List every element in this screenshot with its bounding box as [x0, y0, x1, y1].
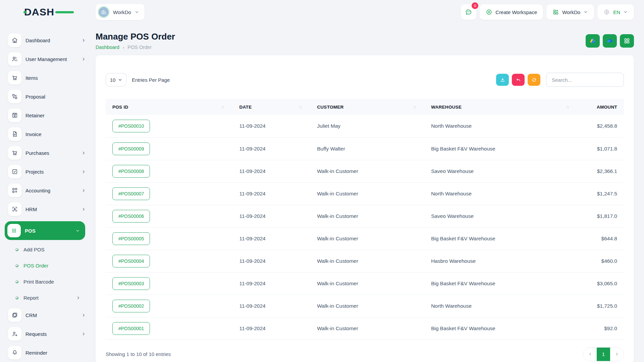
sidebar-item-label: User Management	[25, 56, 67, 62]
workspace-grid-icon	[552, 9, 559, 15]
sidebar-item-purchases[interactable]: Purchases	[8, 146, 86, 160]
pos-grid-dots-icon	[7, 224, 21, 237]
reset-button[interactable]	[512, 74, 525, 86]
grid-icon	[623, 37, 631, 45]
chat-icon	[465, 8, 472, 16]
sidebar-item-reminder[interactable]: Reminder	[8, 346, 86, 359]
user-plus-icon	[8, 327, 21, 341]
pos-id-badge[interactable]: #POS00005	[112, 232, 150, 245]
create-workspace-button[interactable]: Create Workspace	[480, 4, 543, 20]
column-header-pos-id[interactable]: POS ID↑↓	[106, 99, 233, 115]
sidebar-item-user-management[interactable]: User Management	[8, 52, 86, 66]
chevron-down-icon	[75, 229, 80, 233]
sidebar-item-pos[interactable]: POS	[5, 221, 85, 240]
refresh-icon	[531, 77, 537, 83]
sidebar-subitem-add-pos[interactable]: Add POS	[15, 244, 80, 255]
date-cell: 11-09-2024	[233, 137, 311, 160]
pos-id-badge[interactable]: #POS00008	[112, 165, 150, 178]
google-drive-button[interactable]	[586, 34, 600, 48]
top-bar: DASH WorkDo 0 Create Workspace	[0, 0, 644, 24]
entries-per-page-select[interactable]: 10	[106, 73, 126, 86]
workspace-selector[interactable]: WorkDo	[96, 4, 145, 20]
sidebar-subitem-label: Report	[23, 295, 39, 301]
users-icon	[8, 52, 21, 66]
customer-cell: Walk-in Customer	[310, 272, 424, 295]
export-button[interactable]	[496, 74, 509, 86]
column-header-date[interactable]: DATE↑↓	[233, 99, 311, 115]
next-page-button[interactable]	[610, 348, 624, 361]
customer-cell: Walk-in Customer	[310, 295, 424, 317]
customer-cell: Juliet May	[310, 115, 424, 137]
pos-order-card: 10 Entries Per Page	[96, 55, 634, 362]
sidebar-item-requests[interactable]: Requests	[8, 327, 86, 341]
svg-text:DASH: DASH	[24, 6, 54, 17]
pos-order-table: POS ID↑↓ DATE↑↓ CUSTOMER↑↓ WAREHOUSE↑↓ A…	[106, 99, 624, 340]
bullet-icon	[15, 247, 19, 251]
customer-cell: Walk-in Customer	[310, 182, 424, 205]
sort-icon[interactable]: ↑↓	[566, 105, 569, 109]
sort-icon[interactable]: ↑↓	[221, 105, 224, 109]
create-workspace-label: Create Workspace	[495, 9, 537, 15]
date-cell: 11-09-2024	[233, 182, 311, 205]
language-label: EN	[613, 9, 620, 15]
language-dropdown[interactable]: EN	[597, 4, 634, 20]
customer-cell: Walk-in Customer	[310, 317, 424, 340]
breadcrumb-current: POS Order	[127, 45, 152, 50]
sort-icon[interactable]: ↑↓	[299, 105, 302, 109]
sidebar-subitem-print-barcode[interactable]: Print Barcode	[15, 276, 80, 287]
sidebar-subitem-report[interactable]: Report	[15, 292, 80, 303]
invoice-icon	[8, 127, 21, 141]
messages-button[interactable]: 0	[461, 4, 476, 20]
sidebar-item-crm[interactable]: CRM	[8, 308, 86, 322]
sidebar-item-proposal[interactable]: Proposal	[8, 90, 86, 103]
sidebar-item-dashboard[interactable]: Dashboard	[8, 34, 86, 47]
chevron-down-icon	[583, 10, 588, 14]
column-header-warehouse[interactable]: WAREHOUSE↑↓	[424, 99, 577, 115]
home-icon	[8, 34, 21, 47]
chevron-down-icon	[135, 10, 139, 14]
grid-view-button[interactable]	[620, 34, 634, 48]
sidebar-item-invoice[interactable]: Invoice	[8, 127, 86, 141]
bullet-icon	[15, 280, 19, 284]
chevron-right-icon	[82, 170, 86, 174]
sidebar: Dashboard User Management Items Proposal…	[0, 24, 91, 362]
customer-cell: Buffy Walter	[310, 137, 424, 160]
chevron-right-icon	[82, 151, 86, 155]
pos-id-badge[interactable]: #POS00010	[112, 120, 150, 132]
breadcrumb-dashboard-link[interactable]: Dashboard	[96, 45, 119, 50]
sidebar-subitem-pos-order[interactable]: POS Order	[15, 260, 80, 271]
chevron-right-icon	[82, 188, 86, 193]
refresh-button[interactable]	[528, 74, 540, 86]
pos-id-badge[interactable]: #POS00002	[112, 300, 150, 312]
pos-id-badge[interactable]: #POS00007	[112, 187, 150, 200]
sidebar-item-hrm[interactable]: HRM	[8, 202, 86, 216]
sidebar-item-accounting[interactable]: Accounting	[8, 184, 86, 197]
sidebar-item-label: HRM	[25, 206, 37, 212]
customer-cell: Walk-in Customer	[310, 160, 424, 182]
check-square-icon	[8, 165, 21, 178]
company-dropdown[interactable]: WorkDo	[546, 4, 594, 20]
search-input[interactable]	[546, 73, 624, 87]
pos-id-badge[interactable]: #POS00001	[112, 322, 150, 335]
onedrive-button[interactable]	[603, 34, 617, 48]
bell-icon	[8, 346, 21, 359]
chevron-right-icon	[82, 57, 86, 61]
pos-id-badge[interactable]: #POS00006	[112, 210, 150, 223]
prev-page-button[interactable]	[583, 348, 597, 361]
column-header-amount[interactable]: AMOUNT	[577, 99, 624, 115]
pos-id-badge[interactable]: #POS00004	[112, 255, 150, 267]
pos-id-badge[interactable]: #POS00003	[112, 277, 150, 290]
pos-id-badge[interactable]: #POS00009	[112, 142, 150, 155]
sidebar-item-items[interactable]: Items	[8, 71, 86, 84]
customer-cell: Walk-in Customer	[310, 227, 424, 250]
breadcrumb: Dashboard › POS Order	[96, 45, 175, 50]
sidebar-item-projects[interactable]: Projects	[8, 165, 86, 178]
warehouse-cell: Saveo Warehouse	[424, 205, 577, 227]
column-header-customer[interactable]: CUSTOMER↑↓	[310, 99, 424, 115]
brand-logo[interactable]: DASH	[23, 5, 74, 19]
sidebar-item-retainer[interactable]: Retainer	[8, 109, 86, 122]
current-page-button[interactable]: 1	[597, 348, 610, 361]
sidebar-subitem-label: Add POS	[23, 247, 45, 252]
date-cell: 11-09-2024	[233, 160, 311, 182]
sort-icon[interactable]: ↑↓	[413, 105, 416, 109]
